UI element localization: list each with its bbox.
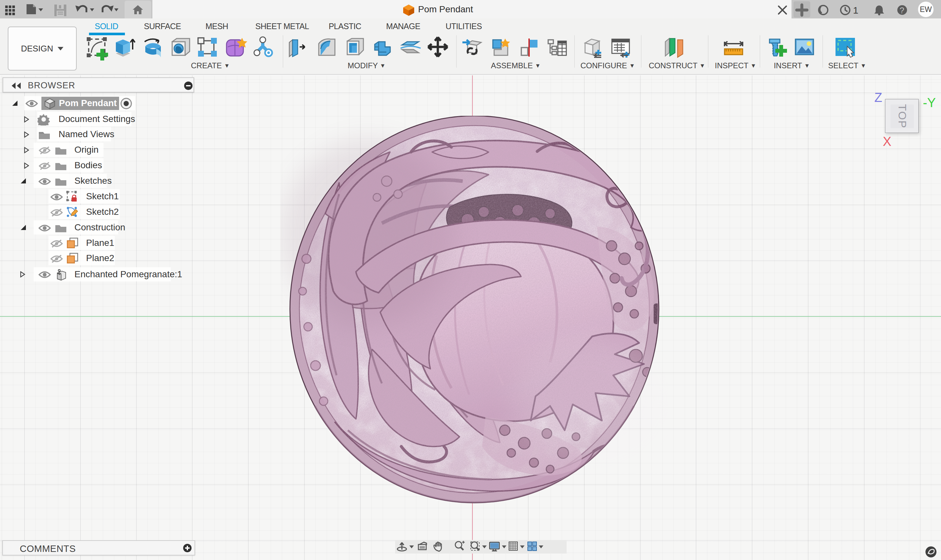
svg-text:1: 1 <box>853 5 858 15</box>
svg-text:?: ? <box>899 6 904 15</box>
